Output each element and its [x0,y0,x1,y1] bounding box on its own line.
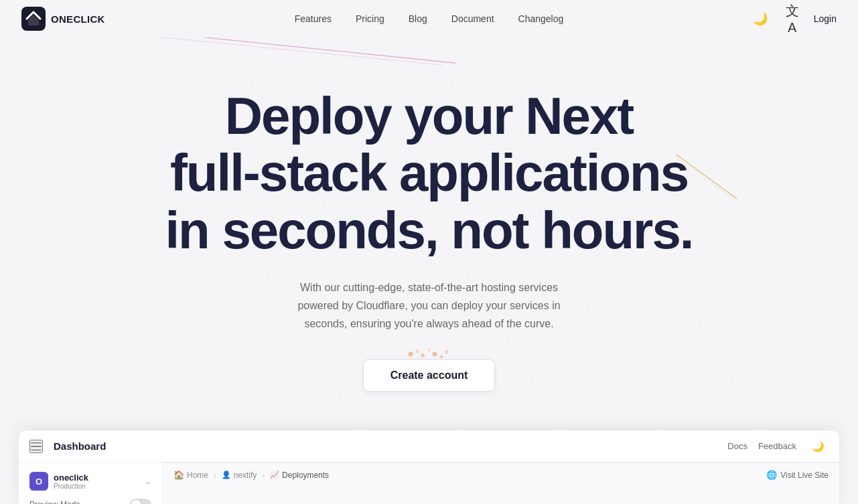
nav-document[interactable]: Document [451,13,494,24]
breadcrumb-home[interactable]: 🏠 Home [173,470,208,480]
navbar: ONECLICK Features Pricing Blog Document … [0,0,858,37]
breadcrumb-sep-2: › [262,471,265,479]
navbar-right: 🌙 文A Login [749,8,837,29]
org-info-left: O oneclick Production [29,472,88,491]
preview-mode-label: Preview Mode [29,500,80,504]
svg-point-11 [408,352,413,357]
dashboard-title: Dashboard [54,440,106,452]
org-selector[interactable]: O oneclick Production ⌄ [24,468,157,495]
feedback-link[interactable]: Feedback [758,441,796,451]
dashboard-header-left: Dashboard [29,440,106,453]
login-button[interactable]: Login [814,13,837,24]
loading-decoration [403,342,456,365]
svg-line-2 [134,35,442,65]
project-icon: 👤 [222,471,231,479]
main-nav: Features Pricing Blog Document Changelog [295,13,564,24]
dashboard-theme-toggle[interactable]: 🌙 [807,436,829,457]
chevron-down-icon: ⌄ [145,477,151,486]
breadcrumb-project-label: nextify [234,471,257,480]
breadcrumb-home-label: Home [187,471,208,480]
hero-title: Deploy your Next full-stack applications… [165,88,693,260]
svg-rect-20 [31,449,42,450]
svg-rect-18 [31,442,42,443]
translate-icon[interactable]: 文A [782,8,803,29]
dashboard-header: Dashboard Docs Feedback 🌙 [19,430,839,463]
deployments-breadcrumb-icon: 📈 [270,471,279,479]
svg-point-17 [445,350,449,354]
svg-point-15 [432,352,437,357]
nav-features[interactable]: Features [295,13,332,24]
svg-point-16 [439,355,443,359]
toggle-knob [131,500,141,504]
svg-point-12 [415,350,419,353]
breadcrumb-project[interactable]: 👤 nextify [222,471,257,480]
logo[interactable]: ONECLICK [21,7,105,31]
breadcrumb-current: 📈 Deployments [270,471,329,480]
breadcrumb-bar: 🏠 Home › 👤 nextify › 📈 Deployments 🌐 Vis… [163,463,839,487]
svg-point-13 [421,353,425,357]
dashboard-content: 🏠 Home › 👤 nextify › 📈 Deployments 🌐 Vis… [163,463,839,504]
dashboard-body: O oneclick Production ⌄ Preview Mode ⚡ D… [19,463,839,504]
preview-mode-row: Preview Mode [24,496,157,504]
docs-link[interactable]: Docs [727,441,747,451]
dashboard-preview-card: Dashboard Docs Feedback 🌙 O oneclick Pro… [19,430,839,504]
nav-changelog[interactable]: Changelog [518,13,564,24]
dashboard-sidebar: O oneclick Production ⌄ Preview Mode ⚡ D… [19,463,163,504]
org-environment: Production [54,483,88,490]
preview-mode-toggle[interactable] [130,499,151,504]
visit-site-label: Visit Live Site [780,471,829,480]
logo-icon [21,7,46,31]
org-name: oneclick [54,473,88,483]
org-info: oneclick Production [54,473,88,490]
dashboard-header-right: Docs Feedback 🌙 [727,436,829,457]
globe-icon: 🌐 [766,470,777,480]
hero-section: Deploy your Next full-stack applications… [0,0,858,442]
hero-subtitle: With our cutting-edge, state-of-the-art … [282,278,577,333]
theme-toggle-icon[interactable]: 🌙 [749,8,771,29]
svg-point-14 [428,349,431,351]
nav-blog[interactable]: Blog [409,13,427,24]
sidebar-toggle-button[interactable] [29,440,43,453]
breadcrumb-sep-1: › [214,471,216,479]
home-icon: 🏠 [173,470,184,480]
logo-text: ONECLICK [51,13,105,25]
breadcrumb-current-label: Deployments [282,471,329,480]
org-avatar: O [29,472,48,491]
svg-rect-19 [31,446,42,447]
nav-pricing[interactable]: Pricing [356,13,384,24]
visit-live-site-button[interactable]: 🌐 Visit Live Site [766,470,829,480]
